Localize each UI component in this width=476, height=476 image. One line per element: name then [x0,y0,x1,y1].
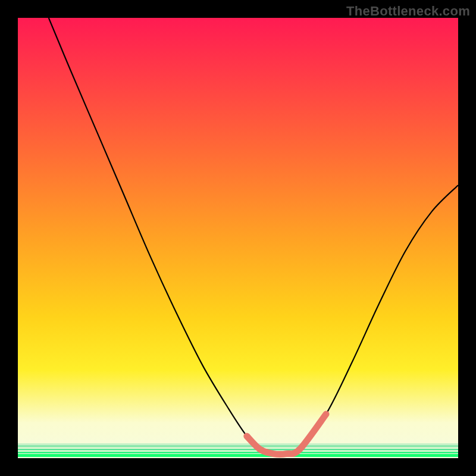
curve-left [49,18,260,449]
chart-frame: TheBottleneck.com [0,0,476,476]
curve-layer [18,18,458,458]
plot-area [18,18,458,458]
bottleneck-curve [49,18,458,455]
min-marker [247,414,326,455]
curve-right [300,185,458,449]
watermark-text: TheBottleneck.com [346,4,470,19]
